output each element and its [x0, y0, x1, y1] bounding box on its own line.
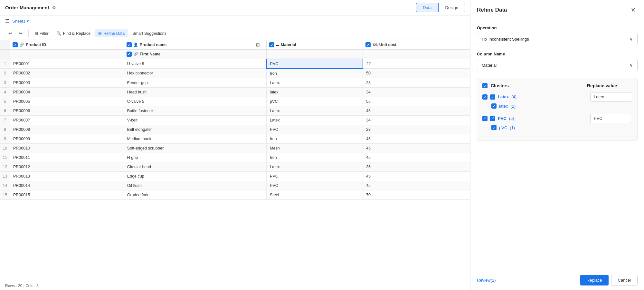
- clusters-all-checkbox[interactable]: ✓: [482, 83, 488, 88]
- filter-button[interactable]: ⊟ Filter: [31, 29, 52, 37]
- cell-material[interactable]: Latex: [267, 78, 363, 87]
- cell-product_id[interactable]: PR00002: [10, 69, 124, 78]
- cluster-replace-input-pvc[interactable]: [590, 114, 632, 123]
- cell-product_name[interactable]: Hex connector: [124, 69, 266, 78]
- gear-icon[interactable]: ⚙: [52, 5, 56, 10]
- cluster-sub-checkbox-pvc-lower[interactable]: ✓: [491, 125, 497, 130]
- cell-product_id[interactable]: PR00011: [10, 153, 124, 162]
- cell-material[interactable]: Iron: [267, 69, 363, 78]
- cell-product_name[interactable]: Oil flush: [124, 181, 266, 190]
- cell-unit_cost[interactable]: 22: [363, 59, 470, 69]
- cell-product_id[interactable]: PR00006: [10, 106, 124, 115]
- cell-unit_cost[interactable]: 45: [363, 143, 470, 153]
- cell-material[interactable]: Iron: [267, 153, 363, 162]
- cell-unit_cost[interactable]: 45: [363, 181, 470, 190]
- cell-product_name[interactable]: Graded fork: [124, 190, 266, 199]
- cell-product_id[interactable]: PR00001: [10, 59, 124, 69]
- smart-suggestions-button[interactable]: Smart Suggestions: [129, 30, 170, 37]
- cell-product_id[interactable]: PR00013: [10, 171, 124, 181]
- cell-unit_cost[interactable]: 45: [363, 134, 470, 143]
- column-name-dropdown[interactable]: Material ∨: [477, 59, 638, 71]
- sub-col-checkbox[interactable]: ✓: [127, 52, 132, 57]
- table-row: 6PR00006Bottle fastenerLatex45: [0, 106, 470, 115]
- cell-unit_cost[interactable]: 23: [363, 78, 470, 87]
- cell-unit_cost[interactable]: 34: [363, 115, 470, 125]
- redo-button[interactable]: ↪: [16, 29, 26, 37]
- cell-unit_cost[interactable]: 55: [363, 97, 470, 106]
- cell-unit_cost[interactable]: 45: [363, 106, 470, 115]
- col-checkbox-product-name[interactable]: ✓: [127, 42, 132, 47]
- cluster-checkbox-pvc[interactable]: ✓: [490, 116, 495, 121]
- col-action-icon-product-name[interactable]: ⊞: [256, 42, 260, 47]
- replace-button[interactable]: Replace: [580, 275, 609, 285]
- operation-dropdown[interactable]: Fix Inconsistent Spellings ∨: [477, 33, 638, 45]
- cell-product_name[interactable]: Fender grip: [124, 78, 266, 87]
- cell-material[interactable]: Iron: [267, 134, 363, 143]
- cell-product_name[interactable]: Soft-edged scrubber: [124, 143, 266, 153]
- cell-material[interactable]: Mesh: [267, 143, 363, 153]
- table-row: 13PR00013Edge cupPVC45: [0, 171, 470, 181]
- cell-material[interactable]: PVC: [267, 125, 363, 134]
- cell-material[interactable]: pVC: [267, 97, 363, 106]
- cluster-parent-checkbox-latex[interactable]: ✓: [482, 94, 488, 100]
- sort-icon-unit-cost[interactable]: ⋯: [464, 43, 467, 47]
- review-link[interactable]: Review(2): [477, 278, 496, 283]
- sort-icon-material[interactable]: ⋯: [357, 43, 360, 47]
- col-checkbox-unit-cost[interactable]: ✓: [365, 42, 371, 47]
- cell-material[interactable]: PVC: [267, 181, 363, 190]
- cell-product_name[interactable]: Belt elongater: [124, 125, 266, 134]
- cell-unit_cost[interactable]: 45: [363, 171, 470, 181]
- hamburger-icon[interactable]: ☰: [5, 18, 10, 24]
- undo-button[interactable]: ↩: [5, 29, 15, 37]
- cell-product_name[interactable]: Bottle fastener: [124, 106, 266, 115]
- cluster-sub-checkbox-latex-lower[interactable]: ✓: [491, 103, 497, 109]
- cell-product_name[interactable]: H grip: [124, 153, 266, 162]
- cancel-button[interactable]: Cancel: [611, 275, 638, 285]
- cell-product_id[interactable]: PR00005: [10, 97, 124, 106]
- cell-material[interactable]: Latex: [267, 162, 363, 171]
- cluster-parent-checkbox-pvc[interactable]: ✓: [482, 116, 488, 121]
- cell-product_name[interactable]: U-valve 5: [124, 59, 266, 69]
- cell-unit_cost[interactable]: 23: [363, 125, 470, 134]
- cell-product_id[interactable]: PR00009: [10, 134, 124, 143]
- sub-col-sort[interactable]: ⋯: [260, 53, 264, 56]
- cell-product_id[interactable]: PR00003: [10, 78, 124, 87]
- cell-product_name[interactable]: C-valve 5: [124, 97, 266, 106]
- col-checkbox-material[interactable]: ✓: [269, 42, 274, 47]
- cell-product_name[interactable]: Edge cup: [124, 171, 266, 181]
- cell-product_name[interactable]: Medium hook: [124, 134, 266, 143]
- cell-unit_cost[interactable]: 34: [363, 87, 470, 97]
- cluster-checkbox-latex[interactable]: ✓: [490, 94, 495, 100]
- cell-material[interactable]: PVC: [267, 171, 363, 181]
- cell-material[interactable]: latex: [267, 87, 363, 97]
- cell-material[interactable]: Steel: [267, 190, 363, 199]
- cell-product_id[interactable]: PR00014: [10, 181, 124, 190]
- operation-section: Operation Fix Inconsistent Spellings ∨: [477, 25, 638, 45]
- cell-material[interactable]: Latex: [267, 115, 363, 125]
- sheet-tab[interactable]: Sheet1 ▾: [12, 19, 29, 24]
- cell-product_id[interactable]: PR00008: [10, 125, 124, 134]
- sort-icon-product-name[interactable]: ⋯: [260, 43, 264, 47]
- refine-data-button[interactable]: ⊞ Refine Data: [95, 29, 128, 37]
- tab-data[interactable]: Data: [416, 3, 438, 12]
- cell-material[interactable]: Latex: [267, 106, 363, 115]
- col-checkbox-product-id[interactable]: ✓: [13, 42, 18, 47]
- cell-product_id[interactable]: PR00012: [10, 162, 124, 171]
- cell-product_id[interactable]: PR00004: [10, 87, 124, 97]
- close-button[interactable]: ✕: [629, 6, 638, 14]
- cell-product_name[interactable]: Head bush: [124, 87, 266, 97]
- cell-product_id[interactable]: PR00007: [10, 115, 124, 125]
- sort-icon-product-id[interactable]: ⋯: [118, 43, 121, 47]
- cell-product_id[interactable]: PR00010: [10, 143, 124, 153]
- tab-design[interactable]: Design: [439, 3, 465, 12]
- cell-product_id[interactable]: PR00015: [10, 190, 124, 199]
- cell-unit_cost[interactable]: 35: [363, 162, 470, 171]
- cell-product_name[interactable]: Circular head: [124, 162, 266, 171]
- cell-unit_cost[interactable]: 50: [363, 69, 470, 78]
- cell-unit_cost[interactable]: 45: [363, 153, 470, 162]
- cell-product_name[interactable]: V-belt: [124, 115, 266, 125]
- cell-material[interactable]: PVC: [267, 59, 363, 69]
- cluster-replace-input-latex[interactable]: [590, 92, 632, 102]
- cell-unit_cost[interactable]: 70: [363, 190, 470, 199]
- find-replace-button[interactable]: 🔍 Find & Replace: [53, 29, 94, 37]
